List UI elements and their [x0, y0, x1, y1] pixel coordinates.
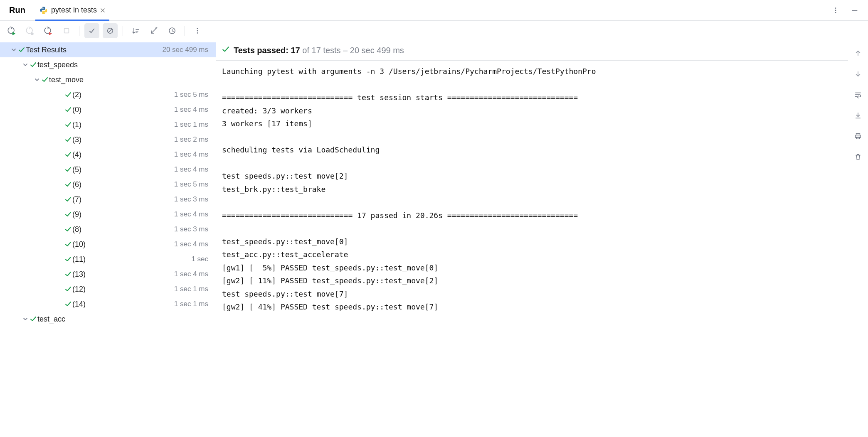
pass-icon — [64, 226, 72, 233]
tree-item-label: test_move — [49, 76, 208, 84]
show-passed-toggle[interactable] — [84, 23, 99, 38]
expand-arrow-icon[interactable] — [33, 77, 41, 82]
next-occurrence-icon[interactable] — [851, 67, 865, 81]
status-total-and-time: of 17 tests – 20 sec 499 ms — [302, 46, 404, 55]
test-history-button[interactable] — [165, 23, 180, 38]
tree-item-time: 1 sec 1 ms — [174, 285, 208, 293]
stop-button[interactable] — [59, 23, 74, 38]
tab-title: pytest in tests — [51, 6, 97, 15]
tree-test[interactable]: (4) 1 sec 4 ms — [0, 147, 216, 162]
tab-pytest-in-tests[interactable]: pytest in tests — [35, 0, 109, 20]
sort-button[interactable] — [128, 23, 143, 38]
tree-item-time: 1 sec 4 ms — [174, 150, 208, 159]
tree-item-label: (9) — [72, 210, 174, 219]
tree-item-label: (5) — [72, 165, 174, 174]
print-icon[interactable] — [851, 130, 865, 143]
pass-icon — [64, 196, 72, 203]
more-icon[interactable] — [829, 4, 842, 17]
pass-icon — [64, 151, 72, 158]
tree-test[interactable]: (6) 1 sec 5 ms — [0, 177, 216, 192]
tree-item-time: 1 sec 4 ms — [174, 240, 208, 248]
tree-item-label: (10) — [72, 240, 174, 249]
console-output[interactable]: Launching pytest with arguments -n 3 /Us… — [216, 60, 848, 437]
tree-item-time: 1 sec 2 ms — [174, 135, 208, 144]
tree-item-time: 1 sec 1 ms — [174, 300, 208, 308]
close-tab-icon[interactable] — [100, 8, 105, 13]
toolbar-more-button[interactable] — [190, 23, 205, 38]
tree-item-time: 1 sec 4 ms — [174, 210, 208, 218]
tree-test[interactable]: (3) 1 sec 2 ms — [0, 132, 216, 147]
expand-all-button[interactable] — [146, 23, 161, 38]
tree-item-label: (6) — [72, 180, 174, 189]
tree-test[interactable]: (10) 1 sec 4 ms — [0, 237, 216, 252]
tree-item-label: (4) — [72, 150, 174, 159]
expand-arrow-icon[interactable] — [10, 47, 17, 52]
tree-item-label: (8) — [72, 225, 174, 234]
tree-item-label: (13) — [72, 270, 174, 279]
pass-icon — [64, 106, 72, 113]
tree-item-label: (1) — [72, 120, 174, 129]
tree-test[interactable]: (12) 1 sec 1 ms — [0, 282, 216, 297]
test-toolbar — [0, 21, 868, 41]
pass-icon — [64, 286, 72, 292]
pass-icon — [64, 301, 72, 307]
run-tool-label: Run — [6, 5, 29, 15]
tree-group-test_move[interactable]: test_move — [0, 72, 216, 87]
tree-test[interactable]: (0) 1 sec 4 ms — [0, 102, 216, 117]
pass-icon — [41, 76, 49, 83]
status-passed-count: Tests passed: 17 — [234, 46, 300, 55]
pass-icon — [64, 166, 72, 173]
tree-item-label: Test Results — [26, 46, 162, 54]
pass-icon — [17, 47, 26, 53]
expand-arrow-icon[interactable] — [22, 62, 29, 67]
tree-group-test_speeds[interactable]: test_speeds — [0, 57, 216, 72]
pass-icon — [64, 91, 72, 98]
scroll-to-end-icon[interactable] — [851, 109, 865, 122]
console-gutter — [848, 41, 868, 437]
tree-root[interactable]: Test Results 20 sec 499 ms — [0, 42, 216, 57]
tree-item-time: 1 sec 4 ms — [174, 270, 208, 278]
tree-test[interactable]: (9) 1 sec 4 ms — [0, 207, 216, 222]
prev-occurrence-icon[interactable] — [851, 47, 865, 60]
tree-item-label: (12) — [72, 285, 174, 294]
rerun-automatic-button[interactable] — [22, 23, 37, 38]
pass-icon — [222, 46, 229, 55]
pass-icon — [29, 61, 37, 68]
tree-item-label: test_speeds — [37, 61, 208, 69]
pass-icon — [64, 271, 72, 277]
test-tree: Test Results 20 sec 499 ms test_speeds t… — [0, 41, 216, 437]
tree-item-label: (11) — [72, 255, 191, 264]
clear-all-icon[interactable] — [851, 150, 865, 164]
soft-wrap-icon[interactable] — [851, 88, 865, 101]
rerun-failed-button[interactable] — [41, 23, 56, 38]
tree-item-label: (14) — [72, 300, 174, 309]
pass-icon — [64, 256, 72, 263]
expand-arrow-icon[interactable] — [22, 317, 29, 322]
tree-item-time: 1 sec 4 ms — [174, 165, 208, 174]
tree-item-time: 1 sec 5 ms — [174, 180, 208, 189]
pass-icon — [64, 211, 72, 218]
pass-icon — [64, 121, 72, 128]
tree-test[interactable]: (5) 1 sec 4 ms — [0, 162, 216, 177]
tree-group-test_acc[interactable]: test_acc — [0, 312, 216, 327]
tree-test[interactable]: (1) 1 sec 1 ms — [0, 117, 216, 132]
tree-test[interactable]: (14) 1 sec 1 ms — [0, 297, 216, 312]
tree-item-time: 1 sec 3 ms — [174, 195, 208, 204]
pass-icon — [64, 136, 72, 143]
tree-item-label: (0) — [72, 106, 174, 114]
tree-item-label: (3) — [72, 135, 174, 144]
tree-test[interactable]: (7) 1 sec 3 ms — [0, 192, 216, 207]
tree-item-time: 20 sec 499 ms — [162, 46, 208, 54]
tree-test[interactable]: (8) 1 sec 3 ms — [0, 222, 216, 237]
tree-test[interactable]: (13) 1 sec 4 ms — [0, 267, 216, 282]
tree-test[interactable]: (2) 1 sec 5 ms — [0, 87, 216, 102]
tree-test[interactable]: (11) 1 sec — [0, 252, 216, 267]
minimize-icon[interactable] — [848, 4, 861, 17]
rerun-button[interactable] — [4, 23, 19, 38]
tree-item-time: 1 sec 3 ms — [174, 225, 208, 233]
pass-icon — [64, 181, 72, 188]
tree-item-time: 1 sec 1 ms — [174, 120, 208, 129]
tabbar: Run pytest in tests — [0, 0, 868, 21]
show-ignored-toggle[interactable] — [103, 23, 118, 38]
pass-icon — [64, 241, 72, 248]
